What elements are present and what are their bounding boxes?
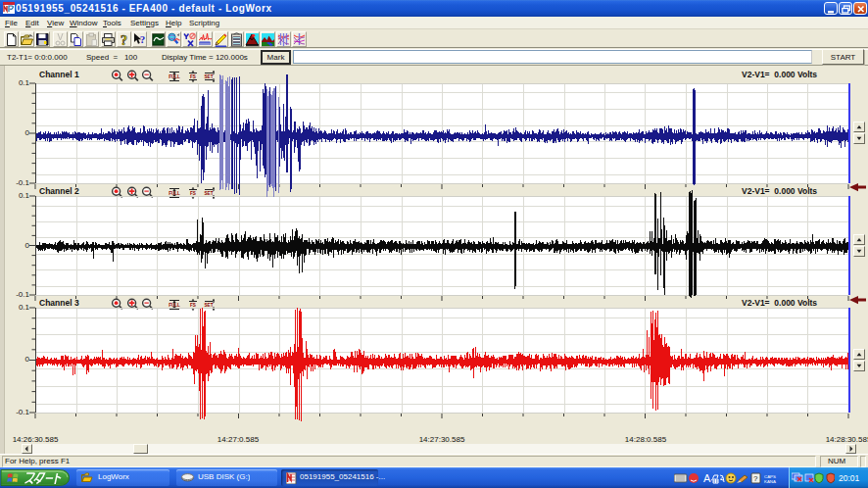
svg-text:?: ? <box>753 474 758 483</box>
svg-text:CAPS: CAPS <box>764 474 776 479</box>
svg-text:A: A <box>703 472 711 484</box>
svg-text:KANA: KANA <box>764 479 776 484</box>
